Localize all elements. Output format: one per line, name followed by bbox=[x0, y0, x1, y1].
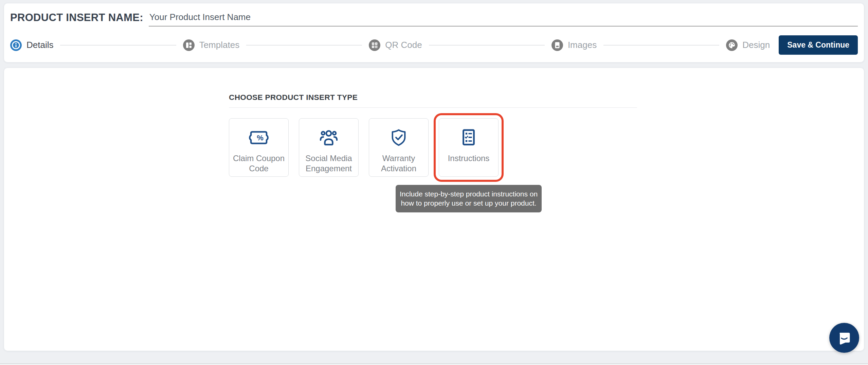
instructions-list-icon bbox=[458, 127, 479, 148]
insert-type-label: Instructions bbox=[445, 153, 492, 163]
step-connector bbox=[429, 45, 545, 46]
step-details[interactable]: Details bbox=[10, 39, 53, 51]
header-card: PRODUCT INSERT NAME: Details bbox=[4, 3, 864, 62]
insert-type-label: Claim Coupon Code bbox=[229, 153, 288, 174]
product-insert-name-input[interactable] bbox=[149, 12, 858, 27]
svg-text:%: % bbox=[257, 134, 264, 142]
page-title: PRODUCT INSERT NAME: bbox=[10, 12, 143, 27]
section-divider bbox=[229, 107, 637, 108]
instructions-tooltip: Include step-by-step product instruction… bbox=[396, 185, 542, 212]
step-label: Design bbox=[742, 40, 770, 50]
chat-bubble-icon bbox=[837, 331, 851, 345]
info-icon bbox=[10, 39, 22, 51]
qr-code-icon bbox=[369, 39, 380, 51]
step-label: Images bbox=[568, 40, 597, 50]
main-panel: CHOOSE PRODUCT INSERT TYPE % Claim Coupo… bbox=[4, 68, 864, 351]
save-continue-button[interactable]: Save & Continue bbox=[779, 35, 858, 55]
insert-type-options: % Claim Coupon Code bbox=[229, 118, 641, 177]
insert-type-label: Social Media Engagement bbox=[299, 153, 358, 174]
step-qr-code[interactable]: QR Code bbox=[369, 39, 422, 51]
step-connector bbox=[246, 45, 362, 46]
warranty-shield-icon bbox=[388, 127, 409, 148]
templates-icon bbox=[183, 39, 195, 51]
step-connector bbox=[60, 45, 176, 46]
step-images[interactable]: Images bbox=[551, 39, 597, 51]
social-people-icon bbox=[318, 127, 340, 148]
insert-type-instructions[interactable]: Instructions bbox=[439, 118, 499, 177]
step-templates[interactable]: Templates bbox=[183, 39, 240, 51]
chat-launcher-button[interactable] bbox=[829, 323, 859, 353]
step-label: Templates bbox=[199, 40, 240, 50]
step-label: QR Code bbox=[385, 40, 422, 50]
footer-divider bbox=[0, 363, 868, 365]
insert-type-label: Warranty Activation bbox=[369, 153, 428, 174]
step-connector bbox=[603, 45, 719, 46]
stepper: Details Templates bbox=[10, 35, 858, 55]
step-design[interactable]: Design bbox=[726, 39, 770, 51]
images-icon bbox=[551, 39, 563, 51]
insert-type-claim-coupon-code[interactable]: % Claim Coupon Code bbox=[229, 118, 289, 177]
title-row: PRODUCT INSERT NAME: bbox=[10, 12, 858, 27]
choose-insert-type-heading: CHOOSE PRODUCT INSERT TYPE bbox=[229, 93, 641, 102]
palette-icon bbox=[726, 39, 738, 51]
insert-type-social-media-engagement[interactable]: Social Media Engagement bbox=[299, 118, 359, 177]
insert-type-warranty-activation[interactable]: Warranty Activation bbox=[369, 118, 429, 177]
coupon-ticket-icon: % bbox=[248, 127, 270, 148]
step-label: Details bbox=[26, 40, 53, 50]
